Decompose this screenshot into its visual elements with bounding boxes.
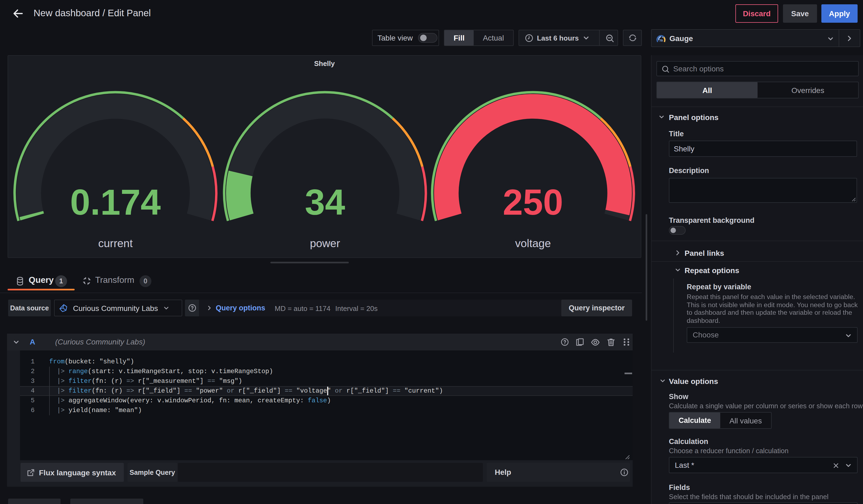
svg-text:79: 79: [660, 39, 663, 42]
